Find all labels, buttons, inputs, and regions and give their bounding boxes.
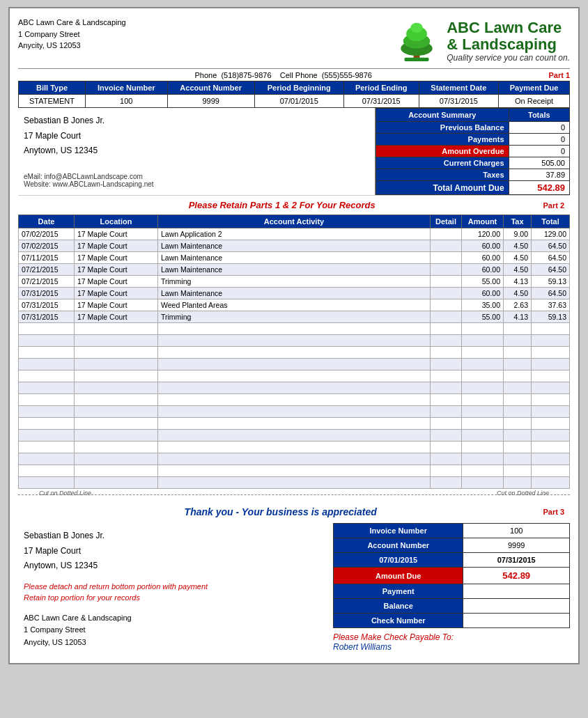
bottom-company: ABC Lawn Care & Landscaping 1 Company St… <box>24 612 327 649</box>
part2-label: Part 2 <box>543 201 567 210</box>
company-address: ABC Lawn Care & Landscaping 1 Company St… <box>18 17 126 52</box>
row-tax: 4.50 <box>504 288 532 299</box>
row-amount: 60.00 <box>462 240 504 252</box>
email-value: info@ABCLawnLandscape.com <box>44 173 142 180</box>
pt-invoice-val: 100 <box>463 524 570 538</box>
company-name-text: ABC Lawn Care & Landscaping Quality serv… <box>447 19 570 63</box>
val-period-beginning: 07/01/2015 <box>254 95 343 108</box>
bottom-customer-addr1: 17 Maple Court <box>24 544 327 559</box>
invoice-wrapper: ABC Lawn Care & Landscaping 1 Company St… <box>8 7 580 664</box>
phone-number: (518)875-9876 <box>221 71 271 79</box>
row-activity: Trimming <box>158 311 431 323</box>
row-total: 59.13 <box>532 276 570 288</box>
empty-row <box>19 382 570 394</box>
pt-account-label: Account Number <box>334 538 463 553</box>
row-location: 17 Maple Court <box>75 311 158 323</box>
payments-label: Payments <box>376 134 509 146</box>
row-activity: Weed Planted Areas <box>158 299 431 311</box>
row-location: 17 Maple Court <box>75 299 158 311</box>
val-payment-due: On Receipt <box>499 95 570 108</box>
bottom-customer-addr2: Anytown, US 12345 <box>24 559 327 574</box>
activity-row: 07/31/2015 17 Maple Court Lawn Maintenan… <box>19 288 570 299</box>
current-charges-label: Current Charges <box>376 157 509 169</box>
pt-check-val <box>463 614 570 628</box>
pt-payment-val <box>463 584 570 599</box>
empty-row <box>19 453 570 465</box>
customer-address1: 17 Maple Court <box>24 129 369 144</box>
pt-amount-due-val: 542.89 <box>463 568 570 584</box>
customer-address2: Anytown, US 12345 <box>24 143 369 159</box>
col-tax: Tax <box>504 215 532 228</box>
bottom-company-addr1: 1 Company Street <box>24 624 327 637</box>
row-location: 17 Maple Court <box>75 264 158 276</box>
total-value: 542.89 <box>509 181 569 195</box>
middle-section: Sebastian B Jones Jr. 17 Maple Court Any… <box>18 108 570 195</box>
acct-summary-totals: Totals <box>509 109 569 122</box>
col-account-activity: Account Activity <box>158 215 431 228</box>
pt-invoice-label: Invoice Number <box>334 524 463 538</box>
customer-address: Sebastian B Jones Jr. 17 Maple Court Any… <box>24 114 369 159</box>
payable-line1: Please Make Check Payable To: <box>333 632 454 642</box>
cut-left-label: Cut on Dotted Line <box>39 490 91 497</box>
pt-date-start: 07/01/2015 <box>334 553 463 568</box>
row-detail <box>431 240 462 252</box>
phone-line: Phone (518)875-9876 Cell Phone (555)555-… <box>18 68 570 79</box>
empty-row <box>19 323 570 335</box>
pt-date-end: 07/31/2015 <box>463 553 570 568</box>
row-date: 07/31/2015 <box>19 299 75 311</box>
col-payment-due: Payment Due <box>499 81 570 95</box>
pt-balance-val <box>463 599 570 614</box>
row-total: 64.50 <box>532 240 570 252</box>
tree-icon <box>392 17 441 65</box>
customer-info-area: Sebastian B Jones Jr. 17 Maple Court Any… <box>18 108 375 195</box>
part3-label: Part 3 <box>540 506 567 517</box>
billing-table: Bill Type Invoice Number Account Number … <box>18 81 570 108</box>
svg-point-5 <box>410 23 423 33</box>
row-total: 64.50 <box>532 252 570 264</box>
row-detail <box>431 311 462 323</box>
pt-balance-label: Balance <box>334 599 463 614</box>
row-location: 17 Maple Court <box>75 276 158 288</box>
amount-overdue-label: Amount Overdue <box>376 146 509 157</box>
company-tagline: Quality service you can count on. <box>447 53 570 63</box>
row-tax: 4.13 <box>504 276 532 288</box>
row-location: 17 Maple Court <box>75 288 158 299</box>
empty-row <box>19 477 570 489</box>
col-detail: Detail <box>431 215 462 228</box>
col-amount: Amount <box>462 215 504 228</box>
row-amount: 55.00 <box>462 276 504 288</box>
row-detail <box>431 299 462 311</box>
row-tax: 2.63 <box>504 299 532 311</box>
website-label: Website: <box>24 180 51 188</box>
col-date: Date <box>19 215 75 228</box>
bottom-customer-name: Sebastian B Jones Jr. <box>24 529 327 544</box>
retain-notice: Please Retain Parts 1 & 2 For Your Recor… <box>21 197 543 213</box>
pt-check-label: Check Number <box>334 614 463 628</box>
row-location: 17 Maple Court <box>75 228 158 240</box>
email-label: eMail: <box>24 173 42 180</box>
empty-row <box>19 442 570 453</box>
row-date: 07/02/2015 <box>19 240 75 252</box>
payable-name: Robert Williams <box>333 642 392 652</box>
activity-row: 07/21/2015 17 Maple Court Lawn Maintenan… <box>19 264 570 276</box>
current-charges-value: 505.00 <box>509 157 569 169</box>
row-total: 129.00 <box>532 228 570 240</box>
phone-label: Phone <box>194 71 217 79</box>
row-total: 59.13 <box>532 311 570 323</box>
company-title-abc: ABC Lawn Care <box>447 19 562 36</box>
row-amount: 60.00 <box>462 264 504 276</box>
total-label: Total Amount Due <box>376 181 509 195</box>
val-statement-date: 07/31/2015 <box>419 95 499 108</box>
row-total: 64.50 <box>532 264 570 276</box>
row-activity: Lawn Maintenance <box>158 252 431 264</box>
activity-row: 07/11/2015 17 Maple Court Lawn Maintenan… <box>19 252 570 264</box>
empty-row <box>19 418 570 430</box>
logo-area: ABC Lawn Care & Landscaping Quality serv… <box>392 17 570 65</box>
col-total: Total <box>532 215 570 228</box>
col-bill-type: Bill Type <box>19 81 86 95</box>
empty-row <box>19 406 570 418</box>
row-detail <box>431 228 462 240</box>
activity-row: 07/31/2015 17 Maple Court Trimming 55.00… <box>19 311 570 323</box>
empty-row <box>19 394 570 406</box>
detach-notice: Please detach and return bottom portion … <box>24 581 327 604</box>
